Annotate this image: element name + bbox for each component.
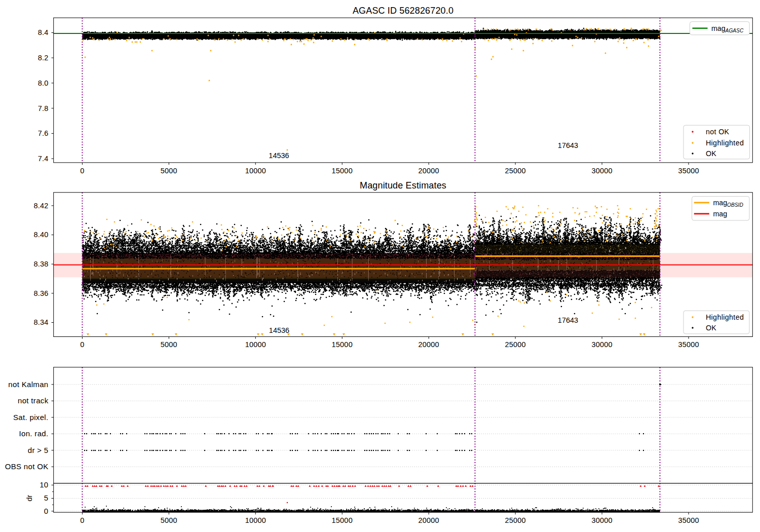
svg-text:0: 0 [44,507,49,515]
svg-text:30000: 30000 [591,340,612,349]
svg-text:7.8: 7.8 [38,104,49,112]
svg-text:Highlighted: Highlighted [706,139,744,147]
svg-text:OK: OK [706,149,716,158]
svg-text:15000: 15000 [332,167,353,175]
svg-text:not track: not track [18,396,49,405]
svg-text:25000: 25000 [505,340,525,349]
svg-text:0: 0 [80,167,84,175]
svg-text:OK: OK [706,324,716,332]
svg-text:8.42: 8.42 [33,202,48,210]
svg-text:7.6: 7.6 [38,129,49,137]
svg-text:10: 10 [40,480,48,489]
svg-text:0: 0 [80,340,84,349]
svg-text:8.40: 8.40 [33,231,48,239]
svg-text:35000: 35000 [678,340,699,349]
svg-text:Magnitude Estimates: Magnitude Estimates [360,180,446,191]
svg-text:5000: 5000 [161,340,177,349]
svg-text:25000: 25000 [505,167,525,175]
svg-text:OBS not OK: OBS not OK [5,462,49,471]
svg-text:Sat. pixel.: Sat. pixel. [13,413,49,422]
svg-text:20000: 20000 [419,340,439,349]
svg-text:17643: 17643 [558,316,578,324]
svg-text:5000: 5000 [161,167,177,175]
svg-text:not Kalman: not Kalman [8,380,48,389]
svg-text:7.4: 7.4 [38,155,49,163]
svg-text:8.2: 8.2 [38,54,49,62]
svg-text:10000: 10000 [245,167,266,175]
svg-text:10000: 10000 [245,516,266,524]
svg-text:8.4: 8.4 [38,28,49,36]
svg-text:25000: 25000 [505,516,525,524]
svg-text:8.38: 8.38 [33,260,48,268]
svg-text:20000: 20000 [419,516,439,524]
svg-text:20000: 20000 [419,167,439,175]
svg-text:Ion. rad.: Ion. rad. [19,429,48,438]
svg-text:35000: 35000 [678,167,699,175]
svg-text:14536: 14536 [269,151,289,160]
svg-text:8.34: 8.34 [33,318,48,326]
svg-text:17643: 17643 [558,141,578,149]
svg-text:10000: 10000 [245,340,266,349]
svg-text:mag: mag [713,210,728,218]
svg-text:not OK: not OK [706,128,730,136]
svg-text:14536: 14536 [269,326,289,334]
svg-text:dr: dr [25,495,33,501]
svg-text:dr > 5: dr > 5 [28,446,49,454]
svg-text:Highlighted: Highlighted [706,313,744,321]
svg-text:8.0: 8.0 [38,79,49,87]
svg-text:15000: 15000 [332,516,353,524]
svg-text:8.36: 8.36 [33,289,48,297]
svg-text:35000: 35000 [678,516,699,524]
svg-text:5000: 5000 [161,516,177,524]
svg-text:AGASC ID 562826720.0: AGASC ID 562826720.0 [353,6,453,16]
svg-text:30000: 30000 [591,167,612,175]
svg-text:5: 5 [44,493,49,502]
svg-text:30000: 30000 [591,516,612,524]
svg-text:15000: 15000 [332,340,353,349]
svg-text:0: 0 [80,516,84,524]
